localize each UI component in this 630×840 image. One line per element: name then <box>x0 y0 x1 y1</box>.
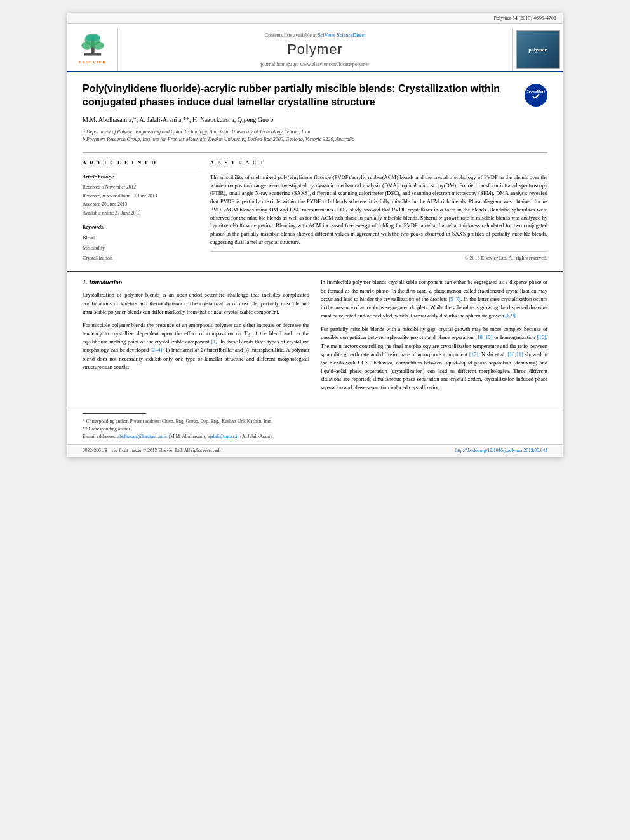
email-1-link[interactable]: abolhasani@kashanu.ac.ir <box>117 434 168 439</box>
sciverse-line: Contents lists available at SciVerse Sci… <box>265 32 366 39</box>
article-dates: Received 5 November 2012 Received in rev… <box>83 183 200 217</box>
intro-heading: 1. Introduction <box>83 278 309 287</box>
footer-doi-link[interactable]: http://dx.doi.org/10.1016/j.polymer.2013… <box>455 448 547 455</box>
ref-17-link[interactable]: [17] <box>469 351 478 357</box>
svg-point-3 <box>81 42 93 50</box>
abstract-header: A B S T R A C T <box>210 159 547 168</box>
keywords-label: Keywords: <box>83 223 200 230</box>
online-date: Available online 27 June 2013 <box>83 209 200 218</box>
ref-1-link[interactable]: [1] <box>211 338 217 345</box>
svg-rect-0 <box>84 53 101 55</box>
elsevier-tree-icon <box>77 33 109 58</box>
keyword-3: Crystallization <box>83 253 200 263</box>
journal-cover-image: polymer <box>512 28 563 71</box>
sciverse-link[interactable]: SciVerse ScienceDirect <box>318 32 366 38</box>
journal-citation: Polymer 54 (2013) 4686–4701 <box>494 15 556 21</box>
article-info-header: A R T I C L E I N F O <box>83 159 200 168</box>
copyright-line: © 2013 Elsevier Ltd. All rights reserved… <box>210 251 547 262</box>
elsevier-label: ELSEVIER <box>79 60 106 66</box>
ref-16-link[interactable]: [16] <box>537 334 546 340</box>
article-header-section: CrossMark Poly(vinylidene fluoride)-acry… <box>67 72 563 271</box>
revised-date: Received in revised form 11 June 2013 <box>83 192 200 201</box>
body-left-col: 1. Introduction Crystallization of polym… <box>83 278 309 397</box>
crossmark-icon: CrossMark <box>525 84 547 107</box>
keyword-1: Blend <box>83 233 200 243</box>
affiliation-a: a Department of Polymer Engineering and … <box>83 128 547 136</box>
body-right-col: In immiscible polymer blends crystalliza… <box>321 278 547 397</box>
email-2-link[interactable]: ajalali@aut.ac.ir <box>208 434 239 439</box>
footnote-2: ** Corresponding author. <box>83 425 547 433</box>
top-bar: Polymer 54 (2013) 4686–4701 <box>67 13 563 24</box>
abstract-body: The miscibility of melt mixed poly(vinyl… <box>210 173 547 246</box>
keyword-2: Miscibility <box>83 243 200 253</box>
affiliations-block: a Department of Polymer Engineering and … <box>83 128 547 143</box>
ref-8-9-link[interactable]: [8,9] <box>506 312 516 319</box>
footer-issn: 0032-3861/$ – see front matter © 2013 El… <box>83 448 220 455</box>
accepted-date: Accepted 20 June 2013 <box>83 200 200 209</box>
svg-point-6 <box>91 34 100 41</box>
info-abstract-columns: A R T I C L E I N F O Article history: R… <box>83 152 547 264</box>
history-label: Article history: <box>83 173 200 180</box>
ref-10-15-link[interactable]: [10–15] <box>475 334 492 340</box>
footnote-divider <box>83 413 146 414</box>
affiliation-b: b Polymers Research Group, Institute for… <box>83 136 547 143</box>
ref-2-4-link[interactable]: [2–4] <box>151 347 162 353</box>
intro-para3: In immiscible polymer blends crystalliza… <box>321 278 547 320</box>
received-date: Received 5 November 2012 <box>83 183 200 192</box>
article-info-column: A R T I C L E I N F O Article history: R… <box>83 159 200 264</box>
journal-header: ELSEVIER Contents lists available at Sci… <box>67 24 563 72</box>
footer-bar: 0032-3861/$ – see front matter © 2013 El… <box>67 444 563 457</box>
crossmark-badge: CrossMark <box>525 84 547 107</box>
ref-10-11-link[interactable]: [10,11] <box>507 351 523 357</box>
email-block: E-mail addresses: abolhasani@kashanu.ac.… <box>83 433 547 441</box>
abstract-column: A B S T R A C T The miscibility of melt … <box>210 159 547 264</box>
footnote-1: * Corresponding author. Present address:… <box>83 418 547 425</box>
footnotes-section: * Corresponding author. Present address:… <box>67 408 563 444</box>
polymer-cover: polymer <box>516 30 560 69</box>
keywords-list: Blend Miscibility Crystallization <box>83 233 200 263</box>
elsevier-logo-block: ELSEVIER <box>67 28 118 71</box>
svg-point-4 <box>93 42 104 50</box>
journal-homepage: journal homepage: www.elsevier.com/locat… <box>261 61 370 68</box>
body-columns: 1. Introduction Crystallization of polym… <box>83 278 547 397</box>
article-title: CrossMark Poly(vinylidene fluoride)-acry… <box>83 83 547 109</box>
intro-para1: Crystallization of polymer blends is an … <box>83 291 309 316</box>
intro-para2: For miscible polymer blends the presence… <box>83 321 309 371</box>
journal-title: Polymer <box>287 40 343 60</box>
journal-page: Polymer 54 (2013) 4686–4701 ELSEVIER Con… <box>67 13 563 457</box>
ref-5-7-link[interactable]: [5–7] <box>449 296 460 302</box>
intro-para4: For partially miscible blends with a mis… <box>321 325 547 392</box>
journal-center-block: Contents lists available at SciVerse Sci… <box>118 28 512 71</box>
svg-text:CrossMark: CrossMark <box>527 90 545 93</box>
authors-line: M.M. Abolhasani a,*, A. Jalali-Arani a,*… <box>83 116 547 124</box>
main-body-section: 1. Introduction Crystallization of polym… <box>67 271 563 407</box>
